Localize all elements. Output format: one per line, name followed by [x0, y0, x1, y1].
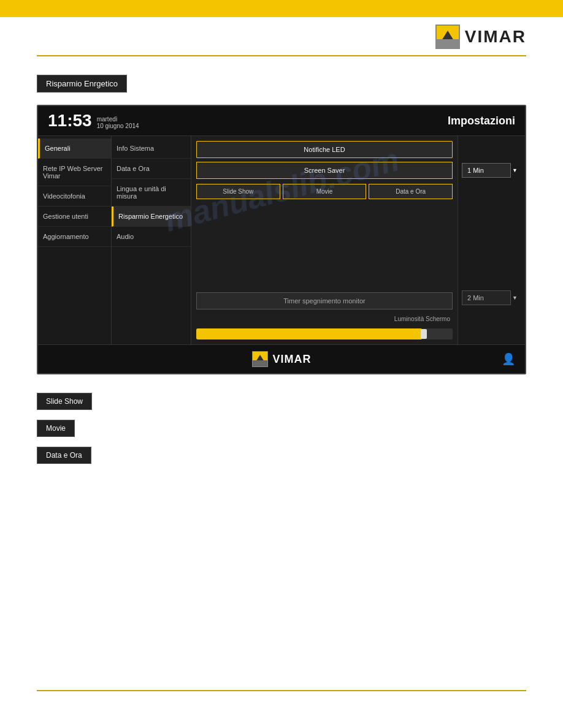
bottom-movie-btn[interactable]: Movie [37, 420, 75, 437]
menu-item-gestione[interactable]: Gestione utenti [38, 207, 111, 227]
vimar-logo-text: VIMAR [465, 27, 526, 47]
device-panel: 11:53 martedì 10 giugno 2014 Impostazion… [37, 105, 526, 374]
timer-dropdown-wrap[interactable]: 2 Min 5 Min 10 Min [462, 290, 521, 305]
bottom-separator [37, 690, 526, 691]
header: VIMAR [0, 17, 563, 55]
svg-rect-2 [439, 39, 456, 45]
left-menu: Generali Rete IP Web Server Vimar Videoc… [38, 136, 112, 344]
svg-rect-5 [254, 361, 266, 365]
device-footer-user-icon: 👤 [502, 352, 515, 366]
device-title: Impostazioni [448, 115, 515, 127]
right-ctrl-col: 1 Min 2 Min 5 Min 10 Min 2 Min 5 Min 10 … [458, 136, 525, 344]
menu-item-videocitofonia[interactable]: Videocitofonia [38, 186, 111, 207]
mid-item-audio[interactable]: Audio [112, 227, 191, 247]
device-footer-icon [252, 351, 268, 367]
device-footer: VIMAR 👤 [38, 344, 525, 373]
device-time: 11:53 [48, 111, 92, 131]
right-content-area: Notifiche LED Screen Saver Slide Show Mo… [191, 136, 458, 344]
sub-btn-movie[interactable]: Movie [283, 184, 367, 199]
section-label: Risparmio Enrgetico [37, 75, 127, 93]
timer-dropdown[interactable]: 2 Min 5 Min 10 Min [462, 290, 511, 305]
bottom-btn-row-3: Data e Ora [37, 447, 526, 469]
screen-saver-dropdown[interactable]: 1 Min 2 Min 5 Min 10 Min [462, 163, 511, 178]
mid-item-risparmio[interactable]: Risparmio Energetico [112, 207, 191, 227]
vimar-logo-icon [435, 25, 460, 49]
menu-item-rete[interactable]: Rete IP Web Server Vimar [38, 159, 111, 186]
device-footer-text: VIMAR [273, 353, 312, 366]
device-date: 10 giugno 2014 [97, 123, 139, 129]
brightness-bar-fill [196, 328, 422, 339]
brightness-handle[interactable] [421, 329, 427, 339]
device-header: 11:53 martedì 10 giugno 2014 Impostazion… [38, 106, 525, 136]
bottom-btn-row-1: Slide Show [37, 393, 526, 415]
screen-saver-row: Screen Saver [196, 162, 453, 179]
ctrl-spacer1 [462, 141, 521, 159]
date-block: martedì 10 giugno 2014 [97, 116, 139, 131]
device-content: Generali Rete IP Web Server Vimar Videoc… [38, 136, 525, 344]
vimar-logo: VIMAR [435, 25, 526, 49]
brightness-label: Luminosità Schermo [196, 316, 453, 322]
brightness-bar-container[interactable] [196, 328, 453, 339]
menu-item-generali[interactable]: Generali [38, 138, 111, 159]
mid-item-info[interactable]: Info Sistema [112, 138, 191, 159]
spacer [196, 203, 453, 286]
device-weekday: martedì [97, 116, 139, 123]
mid-menu: Info Sistema Data e Ora Lingua e unità d… [112, 136, 191, 344]
menu-item-aggiornamento[interactable]: Aggiornamento [38, 227, 111, 247]
ctrl-spacer3 [462, 309, 521, 339]
bottom-section: Slide Show Movie Data e Ora [0, 374, 563, 469]
timer-monitor-label: Timer spegnimento monitor [196, 292, 453, 309]
sub-btn-slideshow[interactable]: Slide Show [196, 184, 280, 199]
timer-row: Timer spegnimento monitor [196, 292, 453, 309]
sub-btn-dataora[interactable]: Data e Ora [369, 184, 453, 199]
notifiche-led-button[interactable]: Notifiche LED [196, 141, 453, 158]
bottom-slideshow-btn[interactable]: Slide Show [37, 393, 92, 410]
section-label-area: Risparmio Enrgetico [0, 56, 563, 105]
screen-saver-button[interactable]: Screen Saver [196, 162, 453, 179]
ctrl-spacer2 [462, 181, 521, 287]
mid-item-data[interactable]: Data e Ora [112, 159, 191, 179]
bottom-btn-row-2: Movie [37, 420, 526, 442]
screen-saver-dropdown-wrap[interactable]: 1 Min 2 Min 5 Min 10 Min [462, 163, 521, 178]
time-block: 11:53 martedì 10 giugno 2014 [48, 111, 139, 131]
sub-buttons-row: Slide Show Movie Data e Ora [196, 184, 453, 199]
mid-item-lingua[interactable]: Lingua e unità di misura [112, 179, 191, 207]
device-footer-logo: VIMAR [252, 351, 312, 367]
top-bar [0, 0, 563, 17]
bottom-dataora-btn[interactable]: Data e Ora [37, 447, 91, 464]
